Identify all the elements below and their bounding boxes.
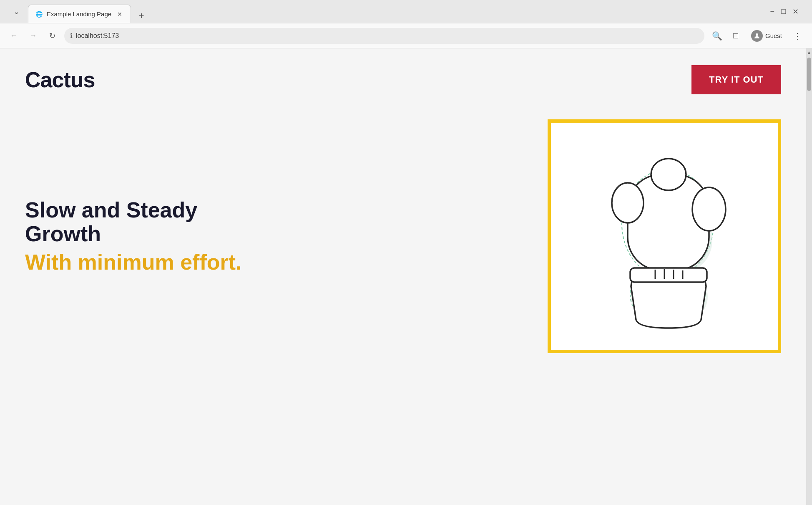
toolbar-right: 🔍 □ Guest ⋮ [709, 28, 805, 44]
cactus-illustration [551, 123, 778, 350]
address-field[interactable]: ℹ localhost:5173 [64, 28, 704, 44]
profile-avatar [751, 30, 763, 42]
hero-text: Slow and Steady Growth With minimum effo… [25, 198, 242, 274]
svg-point-7 [651, 159, 686, 190]
tab-area: 🌐 Example Landing Page ✕ + [28, 0, 762, 23]
profile-button[interactable]: Guest [746, 28, 787, 44]
new-tab-button[interactable]: + [134, 9, 148, 23]
close-button[interactable]: ✕ [791, 5, 800, 18]
maximize-button[interactable]: □ [779, 5, 787, 18]
browser-content: Cactus TRY IT OUT Slow and Steady Growth… [0, 48, 806, 505]
page-content: Cactus TRY IT OUT Slow and Steady Growth… [0, 48, 806, 505]
try-it-out-button[interactable]: TRY IT OUT [691, 65, 781, 94]
back-button[interactable]: ← [7, 29, 21, 43]
svg-point-5 [612, 183, 644, 223]
profile-name: Guest [765, 32, 782, 39]
window-controls-left: ⌄ [5, 5, 28, 18]
title-bar: ⌄ 🌐 Example Landing Page ✕ + − □ ✕ [0, 0, 812, 23]
scrollbar[interactable]: ▲ [806, 48, 812, 505]
hero-subtitle: With minimum effort. [25, 250, 242, 274]
menu-button[interactable]: ⋮ [789, 28, 805, 44]
hero-title: Slow and Steady Growth [25, 198, 242, 246]
window-controls-right: − □ ✕ [762, 5, 807, 18]
address-bar: ← → ↻ ℹ localhost:5173 🔍 □ Guest ⋮ [0, 23, 812, 48]
scrollbar-thumb[interactable] [807, 58, 811, 91]
search-button[interactable]: 🔍 [709, 28, 725, 44]
browser-content-wrapper: Cactus TRY IT OUT Slow and Steady Growth… [0, 48, 812, 505]
svg-point-0 [756, 33, 758, 36]
forward-button[interactable]: → [26, 29, 40, 43]
cactus-svg [593, 136, 735, 336]
cactus-frame [548, 119, 781, 353]
address-text: localhost:5173 [76, 32, 119, 40]
page-header: Cactus TRY IT OUT [25, 65, 781, 94]
extensions-button[interactable]: □ [728, 28, 744, 44]
minimize-button[interactable]: − [769, 5, 777, 18]
active-tab[interactable]: 🌐 Example Landing Page ✕ [28, 5, 131, 23]
tab-close-button[interactable]: ✕ [116, 10, 124, 18]
info-icon: ℹ [70, 32, 73, 40]
reload-button[interactable]: ↻ [45, 29, 59, 43]
tab-title: Example Landing Page [47, 10, 111, 18]
tab-favicon-icon: 🌐 [35, 10, 43, 18]
page-logo: Cactus [25, 67, 95, 92]
dropdown-icon[interactable]: ⌄ [12, 5, 21, 18]
hero-section: Slow and Steady Growth With minimum effo… [25, 119, 781, 353]
svg-point-6 [692, 187, 726, 231]
scrollbar-up-arrow[interactable]: ▲ [807, 48, 812, 57]
scrollbar-track[interactable] [806, 57, 812, 505]
browser-window: ⌄ 🌐 Example Landing Page ✕ + − □ ✕ ← → ↻… [0, 0, 812, 505]
svg-rect-9 [630, 268, 707, 282]
